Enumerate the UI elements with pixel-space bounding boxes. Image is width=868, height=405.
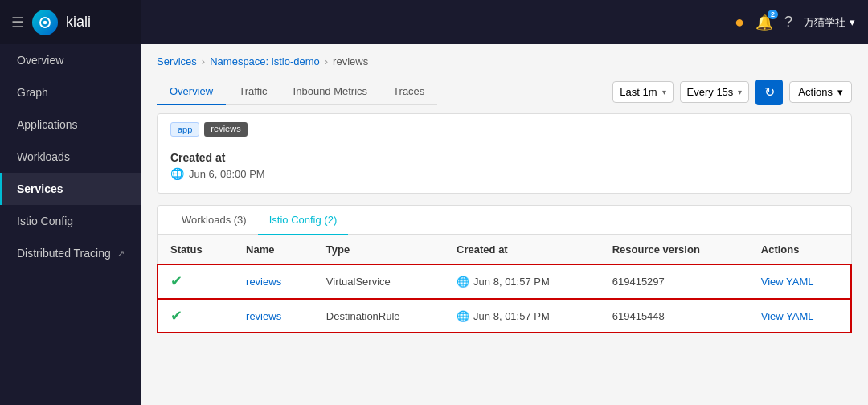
col-status: Status	[158, 235, 233, 264]
row2-type: DestinationRule	[313, 299, 444, 333]
sidebar-item-label: Services	[17, 182, 63, 195]
tab-overview[interactable]: Overview	[157, 79, 226, 105]
row1-created-value: Jun 8, 01:57 PM	[473, 276, 550, 288]
col-created-at: Created at	[444, 235, 600, 264]
row1-name-link[interactable]: reviews	[246, 276, 281, 288]
tab-traffic[interactable]: Traffic	[226, 79, 280, 105]
row2-name: reviews	[233, 299, 313, 333]
row2-globe-icon: 🌐	[457, 310, 469, 322]
created-at-label: Created at	[170, 151, 838, 164]
hamburger-icon[interactable]: ☰	[11, 14, 24, 31]
overview-content: Created at 🌐 Jun 6, 08:00 PM	[158, 141, 851, 193]
col-resource-version: Resource version	[600, 235, 748, 264]
kiali-logo	[32, 10, 58, 35]
sidebar-item-label: Applications	[17, 118, 78, 131]
col-type: Type	[313, 235, 444, 264]
breadcrumb-namespace[interactable]: Namespace: istio-demo	[210, 55, 320, 68]
globe-icon: 🌐	[170, 167, 184, 180]
row2-action: View YAML	[748, 299, 851, 333]
refresh-interval-select[interactable]: Every 15s ▾	[680, 81, 750, 103]
sidebar-item-services[interactable]: Services	[0, 173, 141, 205]
breadcrumb-services[interactable]: Services	[157, 55, 197, 68]
svg-point-1	[43, 20, 47, 24]
refresh-button[interactable]: ↻	[755, 80, 783, 105]
row2-created-at: 🌐 Jun 8, 01:57 PM	[444, 299, 600, 333]
overview-panel: app reviews Created at 🌐 Jun 6, 08:00 PM	[157, 113, 852, 194]
created-at-date: Jun 6, 08:00 PM	[189, 168, 265, 180]
row2-resource-version: 619415448	[600, 299, 748, 333]
actions-label: Actions	[798, 86, 833, 98]
user-chevron-icon: ▾	[850, 16, 855, 28]
sidebar-item-istio-config[interactable]: Istio Config	[0, 205, 141, 237]
sub-tab-istio-config[interactable]: Istio Config (2)	[258, 206, 349, 235]
status-ok-icon: ✔	[170, 273, 182, 289]
row1-status: ✔	[158, 264, 233, 299]
user-menu[interactable]: 万猫学社 ▾	[804, 15, 855, 30]
sub-tab-workloads[interactable]: Workloads (3)	[170, 206, 258, 235]
sidebar-item-graph[interactable]: Graph	[0, 76, 141, 108]
row1-action: View YAML	[748, 264, 851, 299]
row1-globe-icon: 🌐	[457, 276, 469, 288]
status-ok-icon: ✔	[170, 308, 182, 324]
config-table-panel: Workloads (3) Istio Config (2) Status Na…	[157, 205, 852, 333]
table-row: ✔ reviews DestinationRule 🌐 Jun 8, 01:57…	[158, 299, 851, 333]
toolbar: Overview Traffic Inbound Metrics Traces …	[157, 79, 852, 105]
breadcrumb-sep-2: ›	[325, 55, 328, 68]
sidebar-item-overview[interactable]: Overview	[0, 44, 141, 76]
refresh-interval-value: Every 15s	[687, 86, 734, 98]
row1-type: VirtualService	[313, 264, 444, 299]
sub-tab-bar: Workloads (3) Istio Config (2)	[158, 206, 851, 235]
help-icon[interactable]: ?	[784, 14, 792, 31]
sidebar-item-distributed-tracing[interactable]: Distributed Tracing ↗	[0, 237, 141, 269]
table-row: ✔ reviews VirtualService 🌐 Jun 8, 01:57 …	[158, 264, 851, 299]
bell-icon[interactable]: 🔔 2	[755, 14, 773, 31]
row1-resource-version: 619415297	[600, 264, 748, 299]
time-controls: Last 1m ▾ Every 15s ▾ ↻ Actions ▾	[612, 80, 852, 105]
page-content: Services › Namespace: istio-demo › revie…	[141, 44, 868, 405]
theme-icon[interactable]: ●	[735, 13, 744, 31]
tag-reviews: reviews	[204, 122, 247, 137]
topbar: ● 🔔 2 ? 万猫学社 ▾	[141, 0, 868, 44]
tab-bar: Overview Traffic Inbound Metrics Traces	[157, 79, 437, 105]
row2-created-value: Jun 8, 01:57 PM	[473, 310, 550, 322]
refresh-interval-chevron: ▾	[738, 88, 742, 96]
sidebar: ☰ kiali Overview Graph Applications Work…	[0, 0, 141, 405]
row1-view-yaml-link[interactable]: View YAML	[761, 276, 814, 288]
row2-name-link[interactable]: reviews	[246, 310, 281, 322]
tag-app: app	[170, 122, 199, 137]
row2-status: ✔	[158, 299, 233, 333]
table-header-row: Status Name Type Created at Resource ver…	[158, 235, 851, 264]
tag-row: app reviews	[158, 114, 851, 141]
external-link-icon: ↗	[117, 248, 125, 259]
sidebar-item-label: Distributed Tracing	[17, 247, 111, 260]
col-actions: Actions	[748, 235, 851, 264]
col-name: Name	[233, 235, 313, 264]
sidebar-item-label: Graph	[17, 86, 48, 99]
created-at-value: 🌐 Jun 6, 08:00 PM	[170, 167, 838, 180]
user-name: 万猫学社	[804, 15, 845, 30]
time-range-chevron: ▾	[662, 88, 666, 96]
sidebar-item-label: Workloads	[17, 150, 70, 163]
sidebar-item-applications[interactable]: Applications	[0, 108, 141, 141]
notification-badge: 2	[768, 10, 778, 19]
row1-name: reviews	[233, 264, 313, 299]
sidebar-item-label: Istio Config	[17, 215, 73, 227]
sidebar-item-label: Overview	[17, 54, 63, 67]
tab-traces[interactable]: Traces	[380, 79, 437, 105]
actions-button[interactable]: Actions ▾	[789, 81, 852, 103]
breadcrumb-current: reviews	[333, 55, 368, 68]
sidebar-header: ☰ kiali	[0, 0, 141, 44]
app-name: kiali	[66, 14, 91, 31]
tab-inbound-metrics[interactable]: Inbound Metrics	[280, 79, 381, 105]
actions-chevron-icon: ▾	[837, 86, 843, 98]
time-range-value: Last 1m	[620, 86, 657, 98]
breadcrumb: Services › Namespace: istio-demo › revie…	[157, 55, 852, 68]
row2-view-yaml-link[interactable]: View YAML	[761, 310, 814, 322]
sidebar-item-workloads[interactable]: Workloads	[0, 141, 141, 173]
main-content: ● 🔔 2 ? 万猫学社 ▾ Services › Namespace: ist…	[141, 0, 868, 405]
breadcrumb-sep-1: ›	[202, 55, 205, 68]
row1-created-at: 🌐 Jun 8, 01:57 PM	[444, 264, 600, 299]
istio-config-table: Status Name Type Created at Resource ver…	[158, 235, 851, 333]
time-range-select[interactable]: Last 1m ▾	[612, 81, 673, 103]
